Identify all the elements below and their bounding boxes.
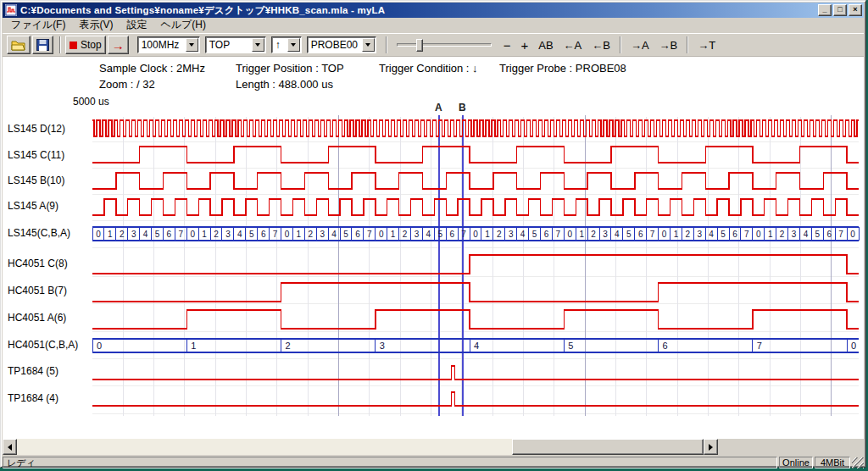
channel-label-5[interactable]: LS145(C,B,A) (8, 227, 92, 239)
probe-value: PROBE00 (311, 39, 358, 51)
trigger-edge-select[interactable]: ↑ (271, 36, 302, 53)
toolbar: Stop → 100MHz TOP ↑ PROBE00 − + AB ←A ←B (3, 33, 864, 57)
channel-label-10[interactable]: TP1684 (5) (8, 365, 92, 377)
length-info: Length : 488.000 us (236, 78, 333, 91)
trigger-probe-info: Trigger Probe : PROBE08 (499, 62, 626, 75)
app-window: C:¥Documents and Settings¥noname¥デスクトップ¥… (0, 0, 866, 468)
sample-rate-select[interactable]: 100MHz (137, 36, 200, 53)
zoom-slider-thumb[interactable] (416, 39, 423, 52)
menu-bar: ファイル(F) 表示(V) 設定 ヘルプ(H) (3, 18, 864, 33)
triangle-right-icon (709, 444, 713, 451)
menu-help[interactable]: ヘルプ(H) (153, 17, 213, 34)
stop-icon (70, 42, 77, 49)
menu-view[interactable]: 表示(V) (72, 17, 120, 34)
toolbar-separator (620, 36, 621, 53)
zoom-out-button[interactable]: − (498, 36, 516, 54)
zoom-slider[interactable] (397, 43, 492, 47)
channel-label-4[interactable]: LS145 A(9) (8, 200, 92, 212)
goto-marker-b-button[interactable]: ←B (587, 36, 615, 54)
channel-label-6[interactable]: HC4051 C(8) (8, 258, 92, 269)
status-memory-panel: 4MBit (815, 457, 850, 468)
next-marker-a-button[interactable]: →A (626, 36, 654, 54)
next-marker-b-button[interactable]: →B (654, 36, 683, 54)
status-bar: レディ Online 4MBit (3, 456, 864, 468)
trigger-edge-value: ↑ (275, 39, 281, 51)
trigger-condition-info: Trigger Condition : ↓ (379, 62, 478, 75)
time-scale-label: 5000 us (73, 96, 109, 108)
sample-clock-info: Sample Clock : 2MHz (99, 62, 205, 75)
dropdown-arrow-icon[interactable] (252, 38, 264, 52)
horizontal-scrollbar[interactable] (3, 439, 718, 455)
dropdown-arrow-icon[interactable] (287, 38, 300, 52)
marker-a-label[interactable]: A (435, 102, 442, 114)
status-memory-text: 4MBit (821, 457, 844, 468)
scrollbar-thumb[interactable] (512, 439, 704, 455)
trigger-position-info: Trigger Position : TOP (236, 62, 344, 75)
goto-trigger-button[interactable]: →T (693, 36, 721, 54)
goto-marker-a-button[interactable]: ←A (559, 36, 587, 54)
status-ready-text: レディ (7, 457, 36, 468)
scroll-right-button[interactable] (704, 439, 718, 455)
status-online-panel: Online (779, 457, 813, 468)
zoom-in-button[interactable]: + (515, 36, 533, 54)
toolbar-separator (59, 36, 61, 53)
marker-b-label[interactable]: B (459, 102, 466, 114)
probe-select[interactable]: PROBE00 (307, 36, 376, 53)
run-button[interactable]: → (108, 36, 129, 54)
scroll-left-button[interactable] (3, 439, 17, 455)
title-bar: C:¥Documents and Settings¥noname¥デスクトップ¥… (3, 3, 864, 18)
waveform-panel (3, 57, 864, 439)
run-arrow-icon: → (112, 38, 125, 53)
status-ready-panel: レディ (3, 457, 777, 468)
menu-settings[interactable]: 設定 (120, 17, 153, 34)
channel-label-7[interactable]: HC4051 B(7) (8, 285, 92, 296)
ab-button[interactable]: AB (533, 36, 558, 54)
save-file-button[interactable] (32, 36, 53, 54)
floppy-disk-icon (36, 39, 49, 51)
app-icon (5, 4, 17, 16)
sample-rate-value: 100MHz (142, 39, 180, 51)
dropdown-arrow-icon[interactable] (186, 38, 198, 52)
channel-label-11[interactable]: TP1684 (4) (8, 392, 92, 404)
trigger-position-select[interactable]: TOP (205, 36, 266, 53)
resize-grip[interactable] (852, 457, 864, 468)
open-folder-icon (11, 40, 26, 51)
dropdown-arrow-icon[interactable] (362, 38, 375, 52)
channel-label-2[interactable]: LS145 C(11) (8, 149, 92, 161)
channel-label-8[interactable]: HC4051 A(6) (8, 312, 92, 324)
stop-button[interactable]: Stop (65, 36, 106, 54)
maximize-button[interactable]: □ (833, 4, 847, 16)
channel-label-9[interactable]: HC4051(C,B,A) (8, 339, 92, 351)
window-title: C:¥Documents and Settings¥noname¥デスクトップ¥… (20, 4, 816, 17)
open-file-button[interactable] (7, 36, 31, 54)
triangle-left-icon (8, 444, 12, 451)
scrollbar-filler (718, 439, 864, 455)
channel-label-1[interactable]: LS145 D(12) (8, 123, 92, 135)
toolbar-separator (386, 36, 387, 53)
menu-file[interactable]: ファイル(F) (4, 17, 72, 34)
channel-label-3[interactable]: LS145 B(10) (8, 175, 92, 186)
stop-label: Stop (81, 39, 102, 51)
toolbar-separator (687, 36, 688, 53)
zoom-info: Zoom : / 32 (99, 78, 155, 91)
close-button[interactable]: × (849, 4, 862, 16)
trigger-position-value: TOP (209, 39, 230, 51)
status-online-text: Online (782, 457, 810, 468)
minimize-button[interactable]: _ (818, 4, 832, 16)
